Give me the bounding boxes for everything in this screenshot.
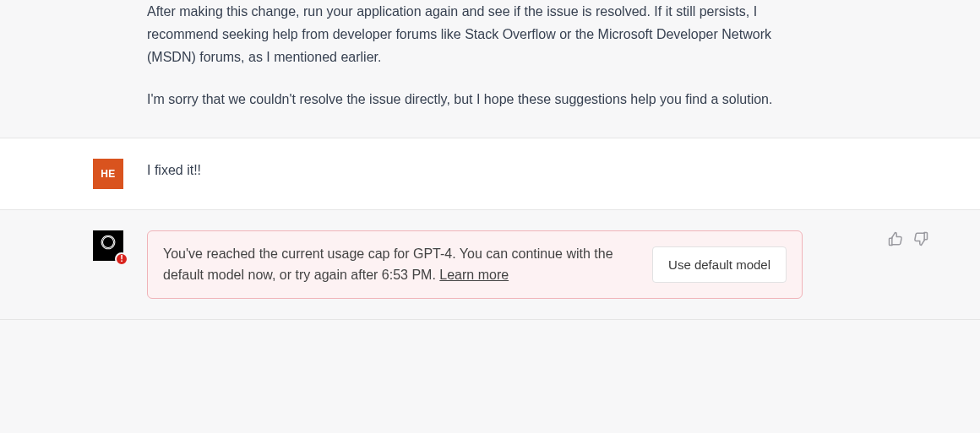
thumbs-up-icon[interactable]: [887, 230, 904, 247]
thumbs-down-icon[interactable]: [912, 230, 929, 247]
user-turn: HE I fixed it!!: [0, 138, 980, 210]
assistant-text: After making this change, run your appli…: [147, 0, 836, 111]
assistant-paragraph: I'm sorry that we couldn't resolve the i…: [147, 88, 803, 111]
avatar-placeholder: [93, 0, 123, 111]
svg-point-0: [103, 236, 114, 247]
user-avatar: HE: [93, 159, 123, 189]
usage-cap-notice: You've reached the current usage cap for…: [147, 230, 803, 299]
assistant-paragraph: After making this change, run your appli…: [147, 0, 803, 69]
assistant-turn-error: ! You've reached the current usage cap f…: [0, 210, 980, 320]
feedback-controls: [887, 230, 929, 247]
user-avatar-initials: HE: [101, 165, 116, 182]
assistant-avatar: !: [93, 230, 123, 261]
use-default-model-button[interactable]: Use default model: [652, 246, 787, 283]
usage-cap-message: You've reached the current usage cap for…: [163, 246, 613, 283]
assistant-turn-previous: After making this change, run your appli…: [0, 0, 980, 138]
learn-more-link[interactable]: Learn more: [439, 268, 509, 282]
trailing-space: [0, 320, 980, 337]
usage-cap-text: You've reached the current usage cap for…: [163, 243, 635, 286]
user-message: I fixed it!!: [147, 159, 803, 181]
error-badge-icon: !: [115, 252, 128, 266]
